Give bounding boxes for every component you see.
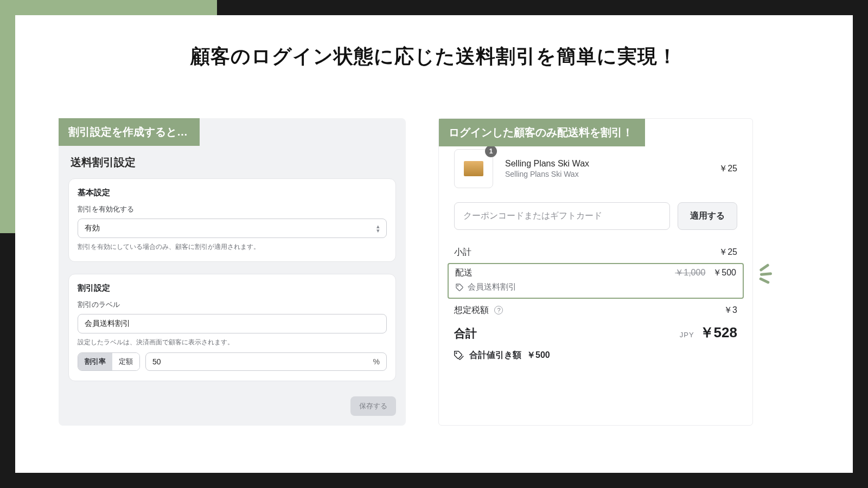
basic-settings-title: 基本設定 [78, 188, 387, 198]
currency-label: JPY [680, 331, 694, 339]
discount-label-input[interactable]: 会員送料割引 [78, 314, 387, 333]
admin-panel-title: 送料割引設定 [71, 155, 396, 170]
discount-label-help: 設定したラベルは、決済画面で顧客に表示されます。 [78, 338, 387, 347]
shipping-discount-label: 会員送料割引 [468, 282, 516, 292]
product-image-icon [464, 161, 483, 176]
total-row: 合計 JPY ￥528 [454, 323, 737, 342]
emphasis-lines-icon [754, 264, 775, 286]
enable-select-value: 有効 [85, 223, 100, 233]
discount-amount-value: 50 [152, 357, 373, 366]
subtotal-value: ￥25 [719, 247, 737, 258]
discount-amount-input[interactable]: 50 % [145, 352, 387, 371]
quantity-badge: 1 [485, 145, 497, 157]
select-caret-icon: ▴▾ [376, 224, 380, 233]
basic-settings-card: 基本設定 割引を有効化する 有効 ▴▾ 割引を有効にしている場合のみ、顧客に割引… [68, 178, 396, 262]
svg-point-1 [456, 352, 457, 354]
total-value: ￥528 [700, 323, 737, 342]
shipping-discounted-price: ￥500 [713, 267, 736, 279]
panels-container: 割引設定を作成すると… 送料割引設定 基本設定 割引を有効化する 有効 ▴▾ 割… [59, 118, 809, 426]
cart-item-variant: Selling Plans Ski Wax [505, 170, 707, 178]
total-label: 合計 [454, 326, 477, 341]
discount-settings-card: 割引設定 割引のラベル 会員送料割引 設定したラベルは、決済画面で顧客に表示され… [68, 274, 396, 381]
segment-rate[interactable]: 割引率 [78, 353, 112, 370]
checkout-panel: ログインした顧客のみ配送料を割引！ 1 Selling Plans Ski Wa… [438, 118, 753, 426]
admin-panel: 割引設定を作成すると… 送料割引設定 基本設定 割引を有効化する 有効 ▴▾ 割… [59, 118, 406, 426]
tags-icon [454, 351, 464, 361]
subtotal-label: 小計 [454, 247, 471, 258]
tax-label: 想定税額 [454, 305, 489, 314]
cart-item-price: ￥25 [719, 163, 737, 175]
slide: 顧客のログイン状態に応じた送料割引を簡単に実現！ 割引設定を作成すると… 送料割… [15, 15, 853, 473]
cart-item-thumbnail: 1 [454, 149, 493, 188]
shipping-label: 配送 [455, 267, 473, 279]
apply-coupon-button[interactable]: 適用する [678, 202, 737, 230]
admin-panel-tag: 割引設定を作成すると… [59, 118, 200, 146]
discount-settings-title: 割引設定 [78, 283, 387, 293]
subtotal-row: 小計 ￥25 [454, 244, 737, 261]
cart-item-name: Selling Plans Ski Wax [505, 159, 707, 169]
tax-row: 想定税額 ? ￥3 [454, 302, 737, 319]
shipping-original-price: ￥1,000 [675, 267, 705, 279]
cart-line-item: 1 Selling Plans Ski Wax Selling Plans Sk… [454, 149, 737, 188]
discount-type-segment: 割引率 定額 [78, 352, 140, 371]
discount-amount-unit: % [373, 357, 380, 366]
svg-point-0 [457, 285, 458, 286]
segment-fixed[interactable]: 定額 [112, 353, 139, 370]
savings-value: ￥500 [527, 350, 550, 361]
shipping-discount-box: 配送 ￥1,000 ￥500 会員送料割引 [448, 263, 744, 299]
total-savings-row: 合計値引き額 ￥500 [454, 350, 737, 361]
savings-label: 合計値引き額 [469, 350, 521, 361]
headline: 顧客のログイン状態に応じた送料割引を簡単に実現！ [15, 15, 853, 70]
save-button[interactable]: 保存する [350, 396, 396, 416]
coupon-input[interactable]: クーポンコードまたはギフトカード [454, 202, 670, 230]
tax-value: ￥3 [724, 305, 737, 316]
tag-icon [455, 283, 464, 292]
enable-select[interactable]: 有効 ▴▾ [78, 219, 387, 238]
help-icon[interactable]: ? [494, 306, 503, 314]
discount-label-value: 会員送料割引 [85, 319, 130, 329]
discount-label-label: 割引のラベル [78, 300, 387, 310]
enable-help-text: 割引を有効にしている場合のみ、顧客に割引が適用されます。 [78, 242, 387, 252]
enable-label: 割引を有効化する [78, 204, 387, 214]
checkout-panel-tag: ログインした顧客のみ配送料を割引！ [439, 119, 645, 146]
